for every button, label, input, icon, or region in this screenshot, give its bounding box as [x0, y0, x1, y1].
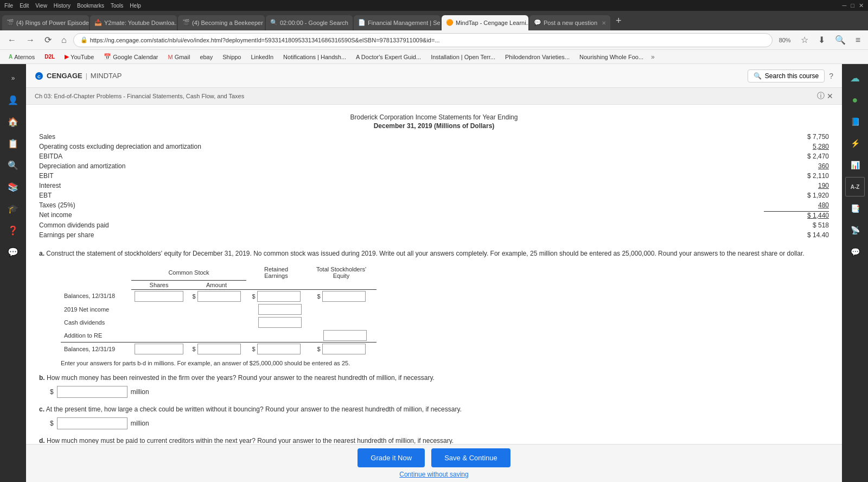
bookmark-d2l[interactable]: D2L [40, 53, 59, 61]
bookmark-shippo[interactable]: Shippo [218, 53, 245, 61]
window-close[interactable]: ✕ [859, 2, 864, 9]
bal-2019-amount-input[interactable] [197, 344, 241, 354]
bookmark-installation[interactable]: Installation | Open Terr... [426, 53, 500, 61]
bookmark-ebay[interactable]: ebay [195, 53, 217, 61]
title-bar-menu-file[interactable]: File [4, 3, 13, 9]
bal-2018-re-input[interactable] [257, 291, 301, 302]
search-button[interactable]: 🔍 [832, 34, 849, 46]
problem-scroll-area[interactable]: Broderick Corporation Income Statements … [26, 105, 842, 482]
sidebar-icon-search[interactable]: 🔍 [3, 155, 23, 175]
bookmark-label-nourishing: Nourishing Whole Foo... [579, 54, 643, 60]
home-button[interactable]: ⌂ [58, 34, 70, 46]
bookmarks-overflow[interactable]: » [651, 53, 655, 61]
bal-2018-shares-cell[interactable] [131, 289, 187, 303]
bookmark-youtube[interactable]: ▶ YouTube [60, 52, 98, 61]
title-bar-menu-help[interactable]: Help [130, 3, 141, 9]
bookmark-aternos[interactable]: A Aternos [4, 53, 39, 61]
tab-rings-of-power[interactable]: 🎬 (4) Rings of Power Episode ✕ [2, 15, 89, 30]
tab-beekeeper[interactable]: 🎬 (4) Becoming a Beekeeper ✕ [178, 15, 265, 30]
refresh-button[interactable]: ⟳ [41, 34, 55, 46]
question-c-unit: million [131, 420, 149, 427]
sidebar-icon-home[interactable]: 🏠 [3, 112, 23, 131]
addre-total-cell[interactable] [306, 329, 376, 343]
addre-total-input[interactable] [323, 330, 367, 341]
bal-2019-total-input[interactable] [322, 344, 366, 354]
bookmark-calendar[interactable]: 📅 Google Calendar [99, 52, 162, 61]
bookmark-nourishing[interactable]: Nourishing Whole Foo... [575, 53, 648, 61]
sidebar-icon-graduation[interactable]: 🎓 [3, 199, 23, 218]
right-icon-az[interactable]: A-Z [845, 177, 865, 196]
info-button[interactable]: ⓘ [817, 91, 825, 101]
label-eps: Earnings per share [39, 231, 764, 239]
menu-button[interactable]: ≡ [852, 34, 864, 46]
bookmark-icon-calendar: 📅 [104, 53, 111, 60]
close-panel-button[interactable]: ✕ [827, 92, 833, 100]
window-minimize[interactable]: ─ [843, 2, 847, 9]
nav-bar: ← → ⟳ ⌂ 🔒 https://ng.cengage.com/static/… [0, 30, 868, 50]
value-taxes: 480 [764, 201, 829, 209]
right-icon-chart[interactable]: 📊 [845, 155, 865, 175]
title-bar-menu-history[interactable]: History [54, 3, 71, 9]
tab-post-question[interactable]: 💬 Post a new question ✕ [529, 15, 610, 30]
income-row-sales: Sales $ 7,750 [39, 132, 829, 142]
cashdiv-re-input[interactable] [258, 317, 302, 328]
question-b-dollar: $ [50, 388, 54, 396]
bookmark-linkedin[interactable]: LinkedIn [247, 53, 278, 61]
question-b-input[interactable] [57, 386, 127, 398]
tab-financial-management[interactable]: 📄 Financial Management | Se... ✕ [354, 15, 441, 30]
sidebar-icon-notes[interactable]: 📋 [3, 134, 23, 153]
forward-button[interactable]: → [23, 34, 38, 46]
title-bar-menu-tools[interactable]: Tools [111, 3, 123, 9]
sidebar-icon-user[interactable]: 👤 [3, 90, 23, 110]
bookmark-label-youtube: YouTube [71, 54, 94, 60]
netincome-re-cell[interactable] [246, 303, 306, 316]
bookmark-philodendron[interactable]: Philodendron Varieties... [501, 53, 574, 61]
bookmark-gmail[interactable]: M Gmail [163, 53, 194, 61]
download-button[interactable]: ⬇ [815, 34, 828, 46]
bal-2018-amount-input[interactable] [197, 291, 241, 302]
bal-2018-shares-input[interactable] [135, 291, 183, 302]
sidebar-icon-expand[interactable]: » [3, 68, 23, 88]
title-bar-menu-bookmarks[interactable]: Bookmarks [77, 3, 104, 9]
search-course-box[interactable]: 🔍 Search this course [748, 69, 825, 83]
title-bar-menu-view[interactable]: View [35, 3, 47, 9]
sidebar-icon-help[interactable]: ❓ [3, 220, 23, 240]
back-button[interactable]: ← [4, 34, 20, 46]
search-icon: 🔍 [754, 72, 762, 80]
address-bar[interactable]: 🔒 https://ng.cengage.com/static/nb/ui/ev… [73, 33, 773, 47]
question-c-input[interactable] [57, 417, 127, 429]
question-d-label: d. [39, 437, 45, 445]
company-name-text: Broderick Corporation Income Statements … [39, 113, 829, 121]
income-row-ebitda: EBITDA $ 2,470 [39, 151, 829, 161]
right-icon-green[interactable]: ● [845, 90, 865, 110]
cashdiv-re-cell[interactable] [246, 316, 306, 329]
continue-without-saving-button[interactable]: Continue without saving [399, 471, 468, 478]
bookmark-doctors-guide[interactable]: A Doctor's Expert Guid... [352, 53, 425, 61]
bal-2019-re-input[interactable] [257, 344, 301, 354]
grade-now-button[interactable]: Grade it Now [358, 448, 425, 467]
netincome-re-input[interactable] [258, 304, 302, 315]
window-maximize[interactable]: □ [851, 2, 854, 9]
tab-close-7[interactable]: ✕ [602, 20, 606, 26]
sidebar-icon-chat[interactable]: 💬 [3, 242, 23, 262]
save-continue-button[interactable]: Save & Continue [431, 448, 510, 467]
right-icon-chat[interactable]: 💬 [845, 242, 865, 262]
right-icon-lightning[interactable]: ⚡ [845, 134, 865, 153]
sidebar-icon-books[interactable]: 📚 [3, 177, 23, 196]
bal-2019-shares-cell[interactable] [131, 342, 187, 356]
bookmark-notifications[interactable]: Notifications | Handsh... [279, 53, 350, 61]
bal-2019-shares-input[interactable] [135, 344, 183, 354]
right-icon-office[interactable]: 📑 [845, 199, 865, 218]
right-icon-blue-book[interactable]: 📘 [845, 112, 865, 131]
bal-2018-total-input[interactable] [322, 291, 366, 302]
tab-y2mate[interactable]: 📥 Y2mate: Youtube Downloa... ✕ [90, 15, 177, 30]
zoom-level[interactable]: 80% [776, 36, 794, 45]
help-button[interactable]: ? [829, 72, 833, 80]
new-tab-button[interactable]: + [611, 15, 626, 27]
right-icon-signal[interactable]: 📡 [845, 220, 865, 240]
title-bar-menu-edit[interactable]: Edit [20, 3, 29, 9]
tab-google-search[interactable]: 🔍 02:00:00 - Google Search ✕ [266, 15, 353, 30]
star-button[interactable]: ☆ [797, 34, 812, 46]
right-icon-cloud[interactable]: ☁ [845, 68, 865, 88]
tab-mindtap[interactable]: 🟠 MindTap - Cengage Learni... ✕ [442, 15, 528, 30]
